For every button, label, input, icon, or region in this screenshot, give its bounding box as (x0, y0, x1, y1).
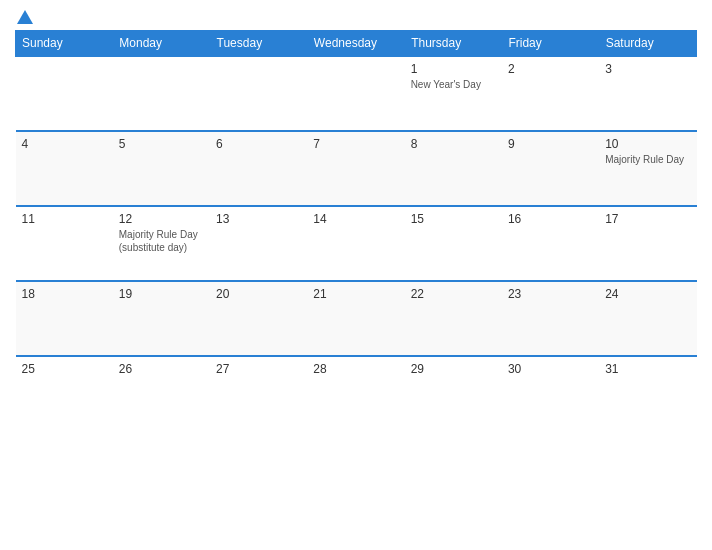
calendar-day-cell: 3 (599, 56, 696, 131)
calendar-day-cell: 2 (502, 56, 599, 131)
calendar-day-cell: 13 (210, 206, 307, 281)
day-number: 12 (119, 212, 204, 226)
calendar-day-cell: 14 (307, 206, 404, 281)
day-number: 30 (508, 362, 593, 376)
calendar-day-cell: 21 (307, 281, 404, 356)
calendar-day-cell: 17 (599, 206, 696, 281)
calendar-day-cell (210, 56, 307, 131)
day-number: 10 (605, 137, 690, 151)
calendar-day-cell: 29 (405, 356, 502, 431)
calendar-day-cell: 25 (16, 356, 113, 431)
col-thursday: Thursday (405, 31, 502, 57)
calendar-day-cell: 7 (307, 131, 404, 206)
day-number: 1 (411, 62, 496, 76)
day-number: 21 (313, 287, 398, 301)
calendar-page: Sunday Monday Tuesday Wednesday Thursday… (0, 0, 712, 550)
day-number: 27 (216, 362, 301, 376)
calendar-day-cell (16, 56, 113, 131)
calendar-day-cell: 15 (405, 206, 502, 281)
logo (15, 10, 33, 24)
col-monday: Monday (113, 31, 210, 57)
calendar-day-cell: 22 (405, 281, 502, 356)
day-number: 13 (216, 212, 301, 226)
calendar-day-cell: 11 (16, 206, 113, 281)
calendar-day-cell: 18 (16, 281, 113, 356)
calendar-day-cell: 12Majority Rule Day (substitute day) (113, 206, 210, 281)
day-number: 24 (605, 287, 690, 301)
calendar-day-cell: 24 (599, 281, 696, 356)
col-saturday: Saturday (599, 31, 696, 57)
day-number: 29 (411, 362, 496, 376)
header (15, 10, 697, 24)
holiday-label: Majority Rule Day (substitute day) (119, 228, 204, 254)
day-number: 19 (119, 287, 204, 301)
day-number: 15 (411, 212, 496, 226)
calendar-day-cell: 4 (16, 131, 113, 206)
col-tuesday: Tuesday (210, 31, 307, 57)
calendar-table: Sunday Monday Tuesday Wednesday Thursday… (15, 30, 697, 431)
day-number: 26 (119, 362, 204, 376)
day-number: 3 (605, 62, 690, 76)
calendar-day-cell: 8 (405, 131, 502, 206)
calendar-day-cell: 26 (113, 356, 210, 431)
calendar-day-cell (113, 56, 210, 131)
calendar-week-row: 1112Majority Rule Day (substitute day)13… (16, 206, 697, 281)
calendar-day-cell: 19 (113, 281, 210, 356)
day-number: 22 (411, 287, 496, 301)
calendar-week-row: 1New Year's Day23 (16, 56, 697, 131)
day-number: 20 (216, 287, 301, 301)
day-number: 5 (119, 137, 204, 151)
calendar-day-cell: 5 (113, 131, 210, 206)
day-number: 2 (508, 62, 593, 76)
calendar-day-cell: 23 (502, 281, 599, 356)
calendar-day-cell: 9 (502, 131, 599, 206)
logo-triangle-icon (17, 10, 33, 24)
day-number: 9 (508, 137, 593, 151)
calendar-week-row: 25262728293031 (16, 356, 697, 431)
calendar-day-cell: 27 (210, 356, 307, 431)
day-number: 8 (411, 137, 496, 151)
calendar-day-cell: 28 (307, 356, 404, 431)
day-number: 7 (313, 137, 398, 151)
calendar-day-cell: 1New Year's Day (405, 56, 502, 131)
day-number: 4 (22, 137, 107, 151)
calendar-day-cell: 30 (502, 356, 599, 431)
col-wednesday: Wednesday (307, 31, 404, 57)
day-number: 14 (313, 212, 398, 226)
day-number: 16 (508, 212, 593, 226)
calendar-day-cell: 20 (210, 281, 307, 356)
calendar-week-row: 18192021222324 (16, 281, 697, 356)
holiday-label: Majority Rule Day (605, 153, 690, 166)
day-number: 11 (22, 212, 107, 226)
day-number: 23 (508, 287, 593, 301)
col-sunday: Sunday (16, 31, 113, 57)
calendar-day-cell: 16 (502, 206, 599, 281)
day-number: 18 (22, 287, 107, 301)
holiday-label: New Year's Day (411, 78, 496, 91)
day-number: 31 (605, 362, 690, 376)
day-number: 28 (313, 362, 398, 376)
day-number: 6 (216, 137, 301, 151)
day-number: 25 (22, 362, 107, 376)
col-friday: Friday (502, 31, 599, 57)
calendar-day-cell: 6 (210, 131, 307, 206)
calendar-day-cell: 10Majority Rule Day (599, 131, 696, 206)
day-number: 17 (605, 212, 690, 226)
calendar-day-cell: 31 (599, 356, 696, 431)
calendar-week-row: 45678910Majority Rule Day (16, 131, 697, 206)
calendar-header-row: Sunday Monday Tuesday Wednesday Thursday… (16, 31, 697, 57)
calendar-day-cell (307, 56, 404, 131)
